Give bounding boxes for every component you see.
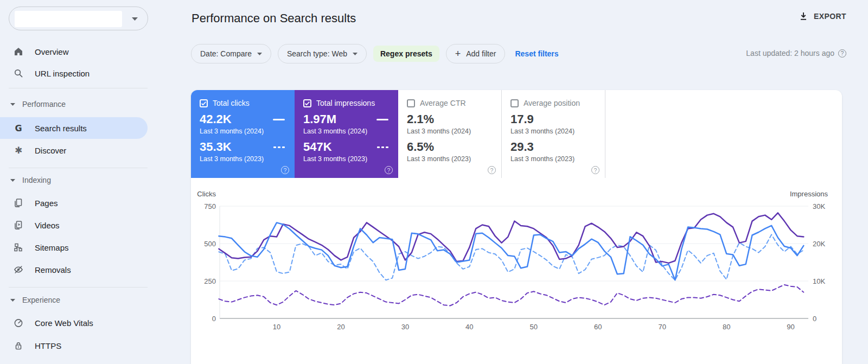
sidebar-item-search-results[interactable]: G Search results bbox=[0, 117, 148, 139]
dashed-line-legend-icon bbox=[377, 146, 388, 148]
performance-chart[interactable]: 750500250030K20K10K0102030405060708090Cl… bbox=[191, 188, 842, 364]
checkbox-unchecked-icon[interactable] bbox=[510, 99, 519, 107]
y-left-axis-title: Clicks bbox=[197, 190, 216, 198]
video-icon bbox=[12, 220, 24, 231]
metric-card-average-ctr[interactable]: Average CTR 2.1% Last 3 months (2024) 6.… bbox=[398, 90, 502, 178]
sidebar-item-label: Removals bbox=[35, 265, 71, 274]
sidebar-item-removals[interactable]: Removals bbox=[0, 260, 148, 279]
sidebar-item-url-inspection[interactable]: URL inspection bbox=[0, 64, 148, 82]
sidebar-item-sitemaps[interactable]: Sitemaps bbox=[0, 238, 148, 257]
plus-icon: + bbox=[455, 48, 461, 60]
help-icon[interactable] bbox=[281, 166, 289, 174]
section-label: Performance bbox=[22, 100, 66, 108]
section-label: Experience bbox=[22, 296, 60, 304]
y-right-tick-label: 20K bbox=[813, 240, 825, 248]
filter-bar: Date: Compare Search type: Web Regex pre… bbox=[191, 44, 559, 63]
sidebar-section-performance[interactable]: Performance bbox=[0, 97, 66, 112]
series-line-clicks-2023-[interactable] bbox=[219, 234, 803, 280]
last-updated: Last updated: 2 hours ago bbox=[746, 49, 846, 58]
metric-value: 6.5% bbox=[407, 141, 434, 153]
speedometer-icon bbox=[12, 317, 24, 328]
sidebar-item-label: Search results bbox=[35, 124, 87, 133]
metric-value: 1.97M bbox=[303, 113, 336, 125]
chevron-down-icon bbox=[10, 179, 15, 182]
export-button[interactable]: EXPORT bbox=[798, 11, 846, 22]
sidebar-item-label: Overview bbox=[35, 47, 69, 56]
regex-presets-chip[interactable]: Regex presets bbox=[373, 46, 439, 62]
sidebar-item-overview[interactable]: Overview bbox=[0, 42, 148, 61]
sidebar-item-https[interactable]: HTTPS bbox=[0, 336, 148, 355]
add-filter-button[interactable]: + Add filter bbox=[446, 44, 506, 63]
chevron-down-icon bbox=[10, 103, 15, 106]
sidebar-divider bbox=[9, 287, 148, 288]
sidebar-item-label: Pages bbox=[35, 199, 58, 208]
y-left-tick-label: 0 bbox=[212, 315, 216, 323]
sidebar-section-indexing[interactable]: Indexing bbox=[0, 173, 51, 188]
metric-value: 35.3K bbox=[200, 141, 232, 153]
property-selector[interactable] bbox=[9, 7, 148, 30]
discover-asterisk-icon: ✱ bbox=[12, 145, 24, 156]
help-icon[interactable] bbox=[591, 166, 599, 174]
metric-card-total-clicks[interactable]: Total clicks 42.2K Last 3 months (2024) … bbox=[191, 90, 295, 178]
x-tick-label: 10 bbox=[273, 323, 280, 331]
reset-filters-link[interactable]: Reset filters bbox=[515, 49, 558, 58]
sidebar-item-label: Core Web Vitals bbox=[35, 318, 93, 328]
x-tick-label: 20 bbox=[337, 323, 344, 331]
help-icon[interactable] bbox=[488, 166, 496, 174]
metric-value: 2.1% bbox=[407, 113, 434, 125]
sidebar-item-label: HTTPS bbox=[35, 341, 61, 350]
metric-value: 547K bbox=[303, 141, 332, 153]
checkbox-checked-icon[interactable] bbox=[200, 99, 208, 107]
sidebar-section-experience[interactable]: Experience bbox=[0, 292, 60, 308]
x-tick-label: 80 bbox=[723, 323, 730, 331]
page-title: Performance on Search results bbox=[192, 11, 356, 25]
date-filter-dropdown[interactable]: Date: Compare bbox=[191, 44, 271, 63]
sidebar-item-videos[interactable]: Videos bbox=[0, 216, 148, 234]
solid-line-legend-icon bbox=[273, 119, 285, 120]
search-type-filter-dropdown[interactable]: Search type: Web bbox=[278, 44, 367, 63]
lock-icon bbox=[12, 340, 24, 351]
performance-panel: Total clicks 42.2K Last 3 months (2024) … bbox=[191, 90, 842, 364]
y-right-tick-label: 30K bbox=[813, 202, 825, 210]
y-left-tick-label: 250 bbox=[204, 277, 216, 285]
x-tick-label: 50 bbox=[530, 323, 538, 331]
checkbox-checked-icon[interactable] bbox=[303, 99, 311, 107]
x-tick-label: 60 bbox=[594, 323, 602, 331]
sitemap-icon bbox=[12, 242, 24, 253]
y-right-tick-label: 0 bbox=[813, 315, 816, 323]
metric-value: 29.3 bbox=[510, 141, 534, 153]
x-tick-label: 90 bbox=[787, 323, 794, 331]
section-label: Indexing bbox=[22, 176, 51, 184]
x-tick-label: 70 bbox=[658, 323, 666, 331]
y-right-axis-title: Impressions bbox=[790, 190, 828, 198]
dashed-line-legend-icon bbox=[273, 146, 285, 148]
solid-line-legend-icon bbox=[376, 119, 388, 120]
y-left-tick-label: 750 bbox=[204, 202, 216, 210]
series-line-impressions-2023-[interactable] bbox=[219, 285, 803, 306]
sidebar-item-label: Discover bbox=[35, 146, 66, 155]
sidebar-item-label: Videos bbox=[35, 221, 60, 230]
help-icon[interactable] bbox=[385, 166, 393, 174]
pages-icon bbox=[12, 197, 24, 208]
x-tick-label: 30 bbox=[401, 323, 409, 331]
sidebar-item-label: URL inspection bbox=[35, 69, 90, 78]
sidebar-item-core-web-vitals[interactable]: Core Web Vitals bbox=[0, 314, 148, 332]
metric-card-average-position[interactable]: Average position 17.9 Last 3 months (202… bbox=[502, 90, 605, 178]
sidebar-divider bbox=[9, 168, 148, 168]
chevron-down-icon bbox=[353, 53, 358, 55]
checkbox-unchecked-icon[interactable] bbox=[407, 99, 415, 107]
chevron-down-icon bbox=[257, 53, 262, 55]
help-icon[interactable] bbox=[838, 49, 846, 58]
sidebar-item-pages[interactable]: Pages bbox=[0, 194, 148, 212]
y-right-tick-label: 10K bbox=[813, 277, 825, 285]
google-g-icon: G bbox=[12, 123, 24, 133]
series-line-clicks-2024-[interactable] bbox=[219, 222, 803, 280]
sidebar-item-discover[interactable]: ✱ Discover bbox=[0, 141, 148, 159]
metric-card-total-impressions[interactable]: Total impressions 1.97M Last 3 months (2… bbox=[295, 90, 398, 178]
chevron-down-icon bbox=[10, 299, 15, 302]
y-left-tick-label: 500 bbox=[204, 240, 216, 248]
x-tick-label: 40 bbox=[465, 323, 473, 331]
sidebar-item-label: Sitemaps bbox=[35, 243, 69, 252]
chevron-down-icon bbox=[132, 17, 138, 21]
home-icon bbox=[12, 46, 24, 57]
